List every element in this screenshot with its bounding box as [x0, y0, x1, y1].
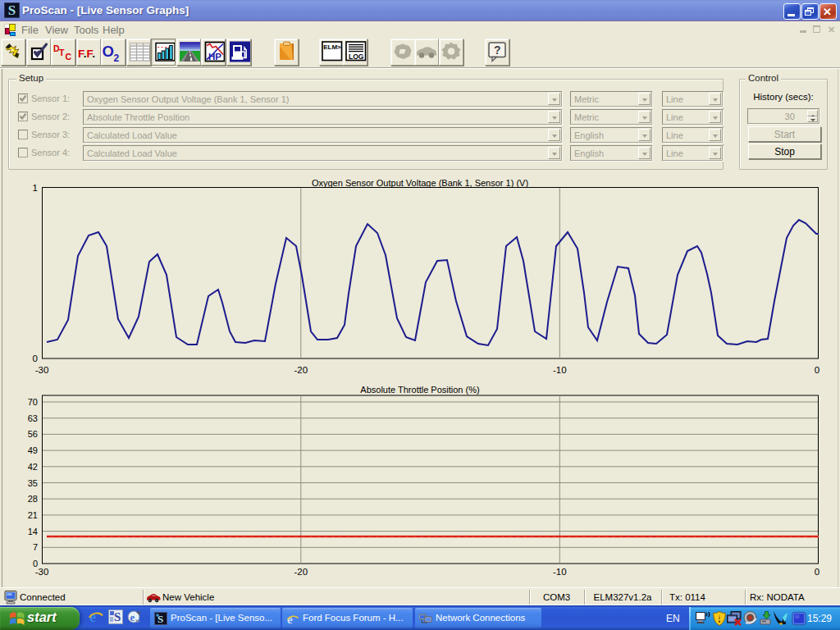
svg-text:63: 63 [28, 413, 38, 423]
svg-text:14: 14 [28, 527, 38, 536]
svg-text:HP: HP [208, 52, 221, 62]
svg-text:49: 49 [28, 445, 38, 455]
svg-text:28: 28 [28, 494, 38, 504]
svg-text:2: 2 [114, 52, 120, 64]
svg-text:70: 70 [28, 397, 38, 407]
svg-text:0: 0 [815, 365, 819, 375]
svg-text:S: S [114, 610, 121, 623]
svg-text:-20: -20 [294, 365, 308, 375]
svg-text:56: 56 [28, 429, 38, 439]
svg-text:21: 21 [28, 510, 38, 520]
svg-text:Absolute Throttle Position (%): Absolute Throttle Position (%) [360, 385, 479, 395]
svg-text:-20: -20 [294, 567, 308, 577]
svg-text:C: C [66, 52, 72, 62]
svg-text:Oxygen Sensor Output Voltage (: Oxygen Sensor Output Voltage (Bank 1, Se… [312, 178, 528, 188]
svg-text:1: 1 [33, 183, 38, 193]
svg-text:T: T [59, 48, 65, 57]
svg-text:0: 0 [815, 567, 819, 577]
svg-text:0: 0 [33, 354, 38, 363]
svg-text:?: ? [494, 43, 501, 57]
svg-text:ELM>: ELM> [323, 43, 341, 51]
svg-text:7: 7 [33, 542, 38, 552]
svg-text:42: 42 [28, 462, 38, 472]
svg-text:-30: -30 [35, 365, 49, 375]
svg-text:-10: -10 [553, 365, 567, 375]
svg-text:-10: -10 [553, 567, 567, 577]
svg-text:O: O [103, 43, 114, 60]
svg-text:-30: -30 [35, 567, 49, 577]
svg-text:e: e [130, 611, 135, 623]
svg-text:LOG: LOG [349, 52, 364, 61]
svg-text:F.F.: F.F. [78, 48, 95, 60]
svg-text:35: 35 [28, 478, 38, 488]
